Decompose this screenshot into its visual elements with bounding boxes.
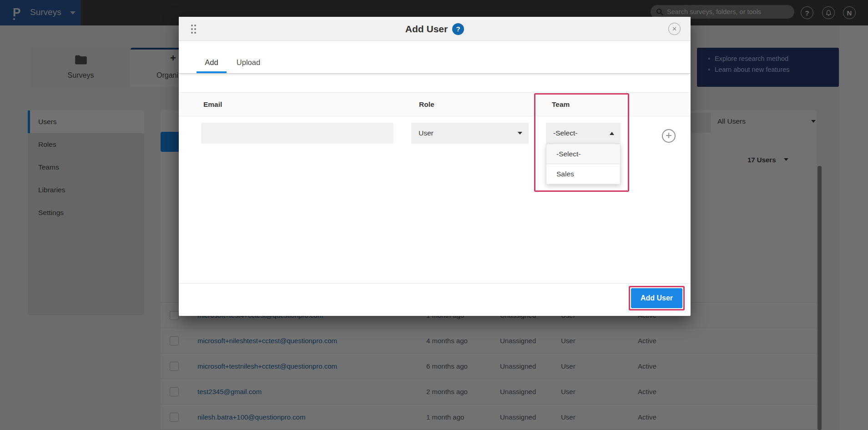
team-option-select[interactable]: -Select- bbox=[546, 144, 620, 164]
active-tab-underline bbox=[197, 71, 227, 73]
role-column-header: Role bbox=[419, 93, 434, 116]
add-row-button[interactable]: + bbox=[662, 129, 676, 143]
modal-header: Add User ? ✕ bbox=[179, 17, 691, 41]
modal-title: Add User bbox=[405, 24, 448, 35]
close-icon[interactable]: ✕ bbox=[668, 23, 681, 35]
email-column-header: Email bbox=[203, 93, 222, 116]
chevron-down-icon bbox=[518, 132, 522, 135]
email-field[interactable] bbox=[201, 123, 394, 144]
team-select[interactable]: -Select- bbox=[546, 123, 621, 144]
add-user-button[interactable]: Add User bbox=[631, 288, 682, 308]
tab-add[interactable]: Add bbox=[197, 53, 227, 73]
plus-icon: + bbox=[666, 129, 672, 141]
form-header-row: Email Role Team bbox=[179, 92, 691, 116]
team-dropdown-menu: -Select- Sales bbox=[546, 144, 621, 185]
role-select[interactable]: User bbox=[411, 123, 529, 144]
team-option-sales[interactable]: Sales bbox=[546, 164, 620, 184]
footer-divider bbox=[179, 283, 691, 284]
chevron-up-icon bbox=[610, 132, 614, 135]
modal-tabs: Add Upload bbox=[179, 41, 691, 74]
modal-help-icon[interactable]: ? bbox=[452, 23, 464, 35]
team-column-header: Team bbox=[552, 93, 570, 116]
tab-upload[interactable]: Upload bbox=[230, 53, 267, 73]
add-user-modal: Add User ? ✕ Add Upload Email Role Team … bbox=[179, 17, 691, 316]
